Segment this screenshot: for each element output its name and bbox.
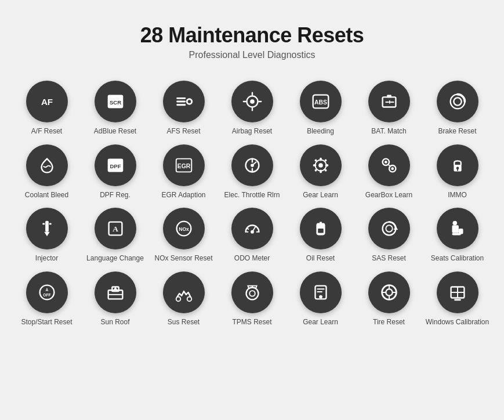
svg-rect-61 xyxy=(318,229,324,233)
svg-rect-49 xyxy=(45,221,49,232)
svg-point-7 xyxy=(187,100,191,103)
svg-rect-17 xyxy=(387,95,391,98)
item-airbag-reset[interactable]: Airbag Reset xyxy=(220,81,284,136)
item-sas-reset[interactable]: SAS Reset xyxy=(357,208,421,263)
features-grid: AF A/F Reset SCR AdBlue Reset xyxy=(15,81,490,327)
label-gear-learn-2: Gear Learn xyxy=(303,318,338,327)
icon-immo xyxy=(437,144,478,186)
svg-point-68 xyxy=(452,221,457,226)
icon-windows-calibration xyxy=(437,271,478,313)
svg-point-9 xyxy=(250,99,255,104)
svg-point-78 xyxy=(187,296,191,301)
item-gearbox-learn[interactable]: GearBox Learn xyxy=(357,144,421,200)
label-injector: Injector xyxy=(35,254,58,263)
label-gearbox-learn: GearBox Learn xyxy=(365,191,412,200)
label-immo: IMMO xyxy=(448,191,467,200)
svg-rect-33 xyxy=(320,157,322,161)
icon-afs-reset xyxy=(163,81,205,122)
svg-text:DPF: DPF xyxy=(110,162,121,169)
subtitle: Professional Level Diagnostics xyxy=(140,50,364,60)
svg-rect-50 xyxy=(42,223,45,225)
label-brake-reset: Brake Reset xyxy=(438,127,476,136)
item-nox-sensor[interactable]: NOx NOx Sensor Reset xyxy=(152,208,216,263)
icon-bleeding: ABS xyxy=(300,81,342,122)
item-af-reset[interactable]: AF A/F Reset xyxy=(15,81,79,136)
label-coolant-bleed: Coolant Bleed xyxy=(25,191,68,200)
label-odo-meter: ODO Meter xyxy=(234,254,270,263)
label-bleeding: Bleeding xyxy=(307,127,334,136)
item-afs-reset[interactable]: AFS Reset xyxy=(152,81,216,136)
label-bat-match: BAT. Match xyxy=(371,127,406,136)
item-bat-match[interactable]: BAT. Match xyxy=(357,81,421,136)
item-odo-meter[interactable]: ODO Meter xyxy=(220,208,284,263)
item-sus-reset[interactable]: Sus Reset xyxy=(152,271,216,327)
item-immo[interactable]: IMMO xyxy=(426,144,490,200)
item-injector[interactable]: Injector xyxy=(15,208,79,263)
item-tpms-reset[interactable]: TPMS Reset xyxy=(220,271,284,327)
label-sun-roof: Sun Roof xyxy=(100,318,129,327)
item-stop-start-reset[interactable]: A OFF Stop/Start Reset xyxy=(15,271,79,327)
icon-tire-reset xyxy=(368,271,410,313)
icon-sun-roof xyxy=(95,271,136,313)
icon-bat-match xyxy=(368,81,410,122)
icon-coolant-bleed xyxy=(26,144,68,186)
svg-point-80 xyxy=(249,291,255,296)
item-elec-throttle[interactable]: Elec. Throttle Rlrn xyxy=(220,144,284,200)
item-coolant-bleed[interactable]: Coolant Bleed xyxy=(15,144,79,200)
svg-rect-51 xyxy=(49,223,51,225)
label-windows-calibration: Windows Calibration xyxy=(426,318,489,327)
icon-seats-calibration xyxy=(437,208,478,249)
item-windows-calibration[interactable]: Windows Calibration xyxy=(426,271,490,327)
icon-adblue-reset: SCR xyxy=(95,81,136,122)
item-brake-reset[interactable]: Brake Reset xyxy=(426,81,490,136)
item-tire-reset[interactable]: Tire Reset xyxy=(357,271,421,327)
label-stop-start-reset: Stop/Start Reset xyxy=(21,318,72,327)
label-language-change: Language Change xyxy=(86,254,144,263)
svg-rect-65 xyxy=(452,225,458,233)
icon-af-reset: AF xyxy=(26,81,68,122)
label-afs-reset: AFS Reset xyxy=(166,127,200,136)
icon-injector xyxy=(26,208,68,249)
icon-sas-reset xyxy=(368,208,410,249)
svg-line-57 xyxy=(252,226,256,232)
item-dpf-reg[interactable]: DPF DPF Reg. xyxy=(84,144,147,200)
svg-rect-95 xyxy=(454,299,461,300)
item-adblue-reset[interactable]: SCR AdBlue Reset xyxy=(84,81,147,136)
label-sus-reset: Sus Reset xyxy=(168,318,200,327)
label-nox-sensor: NOx Sensor Reset xyxy=(154,254,212,263)
icon-sus-reset xyxy=(163,271,205,313)
item-language-change[interactable]: A Language Change xyxy=(84,208,147,263)
svg-text:A: A xyxy=(45,288,48,292)
label-tire-reset: Tire Reset xyxy=(373,318,405,327)
svg-point-79 xyxy=(246,287,258,299)
label-adblue-reset: AdBlue Reset xyxy=(94,127,136,136)
icon-elec-throttle xyxy=(231,144,273,186)
svg-point-43 xyxy=(384,161,387,164)
item-seats-calibration[interactable]: Seats Calibration xyxy=(426,208,490,263)
svg-rect-36 xyxy=(325,164,328,166)
icon-stop-start-reset: A OFF xyxy=(26,271,68,313)
item-sun-roof[interactable]: Sun Roof xyxy=(84,271,147,327)
icon-tpms-reset xyxy=(231,271,273,313)
svg-rect-34 xyxy=(320,169,322,173)
svg-text:SCR: SCR xyxy=(109,99,121,106)
item-gear-learn-2[interactable]: Gear Learn xyxy=(289,271,353,327)
svg-point-83 xyxy=(319,295,322,299)
header-section: 28 Maintenance Resets Professional Level… xyxy=(140,23,364,60)
label-airbag-reset: Airbag Reset xyxy=(232,127,272,136)
svg-text:OFF: OFF xyxy=(43,292,50,296)
label-dpf-reg: DPF Reg. xyxy=(100,191,130,200)
item-oil-reset[interactable]: Oil Reset xyxy=(289,208,353,263)
label-egr-adaption: EGR Adaption xyxy=(161,191,205,200)
icon-gear-learn xyxy=(300,144,342,186)
icon-airbag-reset xyxy=(231,81,273,122)
svg-point-77 xyxy=(176,296,180,301)
svg-text:EGR: EGR xyxy=(177,162,190,169)
item-gear-learn[interactable]: Gear Learn xyxy=(289,144,353,200)
icon-language-change: A xyxy=(95,208,136,249)
svg-rect-35 xyxy=(313,164,316,166)
item-bleeding[interactable]: ABS Bleeding xyxy=(289,81,353,136)
item-egr-adaption[interactable]: EGR EGR Adaption xyxy=(152,144,216,200)
main-title: 28 Maintenance Resets xyxy=(140,23,364,48)
svg-point-22 xyxy=(454,97,461,105)
